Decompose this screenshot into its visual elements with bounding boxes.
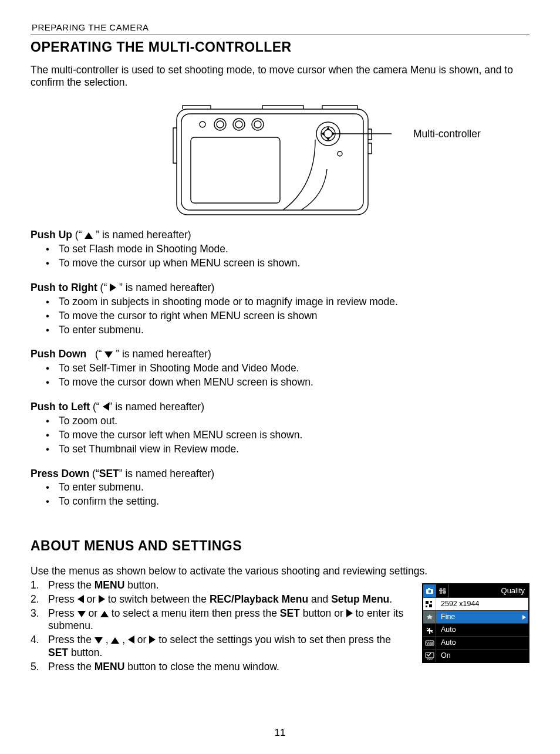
svg-point-4 — [217, 121, 224, 128]
push-down-title: Push Down (“ ” is named hereafter) — [31, 348, 529, 361]
arrow-right-icon — [99, 595, 105, 603]
svg-text:WB: WB — [426, 641, 433, 645]
paren-text: ” — [116, 282, 126, 293]
menu-value: On — [436, 650, 528, 662]
list-item: To zoom in subjects in shooting mode or … — [46, 296, 529, 309]
step-text: Press the MENU button. — [48, 579, 406, 592]
push-down-block: Push Down (“ ” is named hereafter) To se… — [31, 348, 529, 389]
push-left-list: To zoom out. To move the cursor left whe… — [31, 415, 529, 456]
svg-point-12 — [324, 130, 332, 138]
list-item: To zoom out. — [46, 415, 529, 428]
numbered-steps: 1. Press the MENU button. 2. Press or to… — [31, 579, 406, 674]
arrow-down-icon — [104, 351, 113, 358]
paren-text: ” — [93, 229, 102, 241]
menu-value: Auto — [436, 624, 528, 636]
svg-rect-22 — [426, 601, 429, 604]
svg-rect-20 — [439, 590, 443, 591]
menu-title: Quality — [501, 584, 528, 597]
svg-rect-23 — [430, 601, 432, 603]
arrow-right-icon — [149, 635, 156, 644]
svg-rect-1 — [181, 114, 363, 210]
menu-value: 2592 x1944 — [436, 598, 528, 610]
header-rule — [31, 35, 529, 35]
step-number: 5. — [31, 661, 48, 674]
diagram-callout-label: Multi-controller — [413, 128, 481, 141]
step-text: Press the , , or to select the settings … — [48, 634, 406, 660]
list-item: To set Thumbnail view in Review mode. — [46, 443, 529, 456]
menu-row-wb: WB Auto — [423, 636, 528, 649]
arrow-up-icon — [111, 637, 119, 644]
step-number: 1. — [31, 579, 48, 592]
push-up-list: To set Flash mode in Shooting Mode. To m… — [31, 243, 529, 270]
arrow-up-icon — [85, 232, 93, 239]
press-down-list: To enter submenu. To confirm the setting… — [31, 481, 529, 508]
paren-text: (“ — [75, 229, 85, 241]
list-item: To enter submenu. — [46, 324, 529, 337]
menu-row-timedate: TMD On — [423, 649, 528, 662]
suffix-text: is named hereafter) — [102, 229, 191, 241]
paren-text: ” — [109, 401, 116, 412]
step-4: 4. Press the , , or to select the settin… — [31, 634, 406, 660]
step-1: 1. Press the MENU button. — [31, 579, 406, 592]
arrow-up-icon — [100, 611, 109, 617]
arrow-right-icon — [110, 283, 116, 292]
section-title-2: ABOUT MENUS AND SETTINGS — [31, 537, 529, 554]
push-down-label: Push Down — [31, 348, 86, 360]
svg-point-2 — [200, 121, 205, 127]
svg-point-3 — [214, 119, 226, 130]
suffix-text: is named hereafter) — [115, 401, 204, 412]
set-label: SET — [99, 468, 119, 479]
list-item: To move the cursor up when MENU screen i… — [46, 257, 529, 270]
step-5: 5. Press the MENU button to close the me… — [31, 661, 406, 674]
intro-paragraph-1: The multi-controller is used to set shoo… — [31, 64, 529, 90]
svg-rect-21 — [443, 591, 446, 593]
paren-text: (“ — [93, 401, 103, 412]
step-number: 2. — [31, 593, 48, 606]
resolution-icon — [423, 598, 436, 610]
arrow-down-icon — [95, 637, 103, 644]
step-2: 2. Press or to switch between the REC/Pl… — [31, 593, 406, 606]
push-right-label: Push to Right — [31, 282, 97, 293]
step-text: Press or to switch between the REC/Playb… — [48, 593, 406, 606]
list-item: To confirm the setting. — [46, 495, 529, 508]
svg-rect-19 — [443, 588, 446, 594]
timedate-icon: TMD — [423, 650, 436, 662]
push-right-block: Push to Right (“ ” is named hereafter) T… — [31, 282, 529, 337]
exposure-icon — [423, 624, 436, 636]
menu-row-resolution: 2592 x1944 — [423, 597, 528, 610]
whitebalance-icon: WB — [423, 637, 436, 649]
camera-diagram: Multi-controller — [31, 101, 529, 224]
step-number: 4. — [31, 634, 48, 660]
menu-screenshot: Quality 2592 x1944 Fine Auto WB Auto TMD… — [422, 583, 529, 663]
press-down-label: Press Down — [31, 468, 89, 479]
menu-tabs: Quality — [423, 584, 528, 597]
menu-value: Auto — [436, 637, 528, 649]
push-left-label: Push to Left — [31, 401, 90, 412]
intro-paragraph-2: Use the menus as shown below to activate… — [31, 565, 529, 578]
paren-text: (“ — [92, 468, 99, 479]
list-item: To move the cursor to right when MENU sc… — [46, 310, 529, 323]
press-down-title: Press Down (“SET” is named hereafter) — [31, 468, 529, 481]
paren-text: (“ — [89, 348, 104, 360]
svg-rect-16 — [428, 588, 430, 590]
list-item: To set Flash mode in Shooting Mode. — [46, 243, 529, 256]
push-left-title: Push to Left (“ ” is named hereafter) — [31, 401, 529, 414]
svg-point-5 — [233, 119, 245, 130]
svg-point-6 — [235, 121, 242, 128]
svg-text:TMD: TMD — [427, 657, 433, 660]
push-left-block: Push to Left (“ ” is named hereafter) To… — [31, 401, 529, 456]
menu-value: Fine — [436, 611, 528, 623]
arrow-left-icon — [77, 595, 84, 603]
list-item: To enter submenu. — [46, 481, 529, 494]
section-title-1: OPERATING THE MULTI-CONTROLLER — [31, 39, 529, 56]
push-down-list: To set Self-Timer in Shooting Mode and V… — [31, 362, 529, 389]
paren-text: ” — [113, 348, 122, 360]
svg-point-17 — [428, 590, 431, 593]
step-text: Press or to select a menu item then pres… — [48, 607, 406, 633]
list-item: To move the cursor down when MENU screen… — [46, 376, 529, 389]
step-number: 3. — [31, 607, 48, 633]
page-number: 11 — [0, 726, 560, 739]
svg-rect-9 — [191, 137, 280, 203]
tab-setup-icon — [436, 584, 449, 597]
push-up-block: Push Up (“ ” is named hereafter) To set … — [31, 229, 529, 270]
